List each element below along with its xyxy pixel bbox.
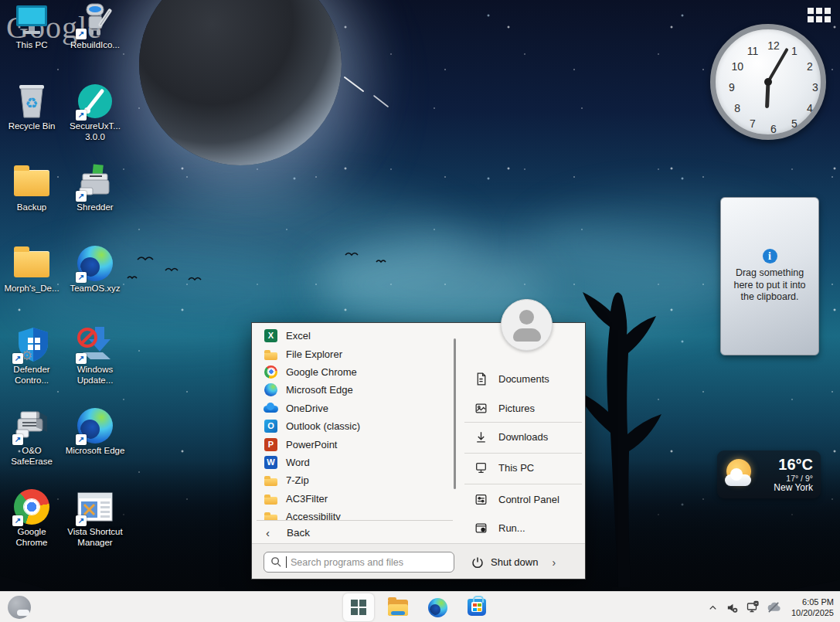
weather-text: 16°C 17° / 9° New York [757, 456, 813, 494]
desktop-screen: Google This PC ↗ RebuildIco... ♻ Recycle… [0, 0, 840, 622]
divider [464, 422, 582, 423]
icon-label: Recycle Bin [1, 121, 63, 132]
desktop-icon-google-chrome[interactable]: ↗ Google Chrome [1, 488, 63, 569]
edge-button[interactable] [422, 593, 453, 621]
tray-chevron-up-icon[interactable] [707, 602, 719, 614]
icon-label: Windows Update... [64, 365, 126, 386]
windows-logo-icon [351, 600, 366, 615]
desktop-icon-shredder[interactable]: ↗ Shredder [64, 164, 126, 245]
this-pc-icon [13, 2, 50, 39]
shortcut-arrow-icon: ↗ [76, 353, 87, 364]
taskbar: 6:05 PM 10/20/2025 [0, 591, 840, 622]
excel-icon: X [264, 328, 278, 343]
user-avatar[interactable] [501, 299, 553, 351]
desktop-icon-morphs-folder[interactable]: Morph's_De... [1, 245, 63, 326]
clock-widget[interactable]: 1 2 3 4 5 6 7 8 9 10 11 12 [710, 24, 826, 140]
edge-icon [264, 382, 278, 397]
start-place-downloads[interactable]: Downloads [461, 424, 587, 449]
desktop-icon-secureuxtheme[interactable]: ↗ SecureUxT... 3.0.0 [64, 83, 126, 164]
control-panel-icon [474, 492, 488, 507]
pictures-icon [474, 401, 488, 416]
weather-widget[interactable]: 16°C 17° / 9° New York [717, 450, 821, 498]
desktop-icon-vista-shortcut-manager[interactable]: ↗ Vista Shortcut Manager [64, 488, 126, 569]
start-place-pictures[interactable]: Pictures [461, 396, 587, 420]
start-program-outlook[interactable]: O Outlook (classic) [252, 417, 454, 435]
widgets-weather-button[interactable] [8, 596, 31, 619]
volume-muted-icon[interactable] [726, 601, 739, 614]
desktop-icon-grid: This PC ↗ RebuildIco... ♻ Recycle Bin ↗ … [0, 2, 127, 569]
onedrive-paused-icon[interactable] [767, 601, 781, 614]
shortcut-arrow-icon: ↗ [12, 515, 23, 526]
start-place-control-panel[interactable]: Control Panel [461, 487, 587, 512]
chevron-left-icon: ‹ [266, 526, 270, 539]
clipboard-widget[interactable]: i Drag something here to put it into the… [720, 197, 819, 355]
desktop-icon-defender-control[interactable]: ⚙ ↗ Defender Contro... [1, 326, 63, 407]
desktop-icon-recycle-bin[interactable]: ♻ Recycle Bin [1, 83, 63, 164]
weather-temp: 16°C [757, 456, 813, 474]
clock-number: 12 [767, 39, 780, 52]
search-input[interactable] [291, 557, 447, 568]
shortcut-arrow-icon: ↗ [76, 515, 87, 526]
icon-label: This PC [1, 40, 63, 51]
start-program-word[interactable]: W Word [252, 454, 454, 471]
icon-label: O&O SafeErase [1, 446, 63, 467]
desktop-icon-this-pc[interactable]: This PC [1, 2, 63, 83]
edge-icon: ↗ [77, 407, 114, 444]
clock-number: 7 [746, 117, 759, 130]
shutdown-button[interactable]: Shut down › [471, 552, 556, 573]
start-program-7zip[interactable]: 7-Zip [252, 471, 454, 489]
microsoft-store-button[interactable] [461, 593, 492, 621]
icon-label: Backup [1, 202, 63, 213]
clock-number: 3 [809, 81, 821, 93]
onedrive-icon [264, 401, 278, 416]
shortcut-arrow-icon: ↗ [12, 434, 23, 445]
folder-icon [13, 164, 50, 201]
program-list: X Excel File Explorer Google Chrome Micr… [252, 327, 454, 520]
start-program-powerpoint[interactable]: P PowerPoint [252, 435, 454, 453]
divider [464, 484, 582, 484]
word-icon: W [264, 455, 278, 470]
edge-icon [428, 598, 447, 617]
powerpoint-icon: P [264, 437, 278, 452]
network-display-icon[interactable] [746, 600, 760, 614]
eraser-device-icon: ↗ [13, 407, 50, 444]
search-box[interactable] [264, 552, 454, 573]
avatar-body [513, 328, 541, 342]
icon-label: SecureUxT... 3.0.0 [64, 121, 126, 143]
start-program-ac3filter[interactable]: AC3Filter [252, 490, 454, 508]
window-arrows-icon: ↗ [77, 488, 114, 525]
start-button[interactable] [343, 593, 374, 621]
folder-icon [388, 600, 408, 616]
file-explorer-button[interactable] [383, 593, 413, 621]
desktop-icon-teamos[interactable]: ↗ TeamOS.xyz [64, 245, 126, 326]
weather-range: 17° / 9° [757, 474, 813, 483]
desktop-icon-rebuildicons[interactable]: ↗ RebuildIco... [64, 2, 126, 83]
start-place-run[interactable]: Run... [461, 515, 587, 540]
clipboard-hint-text: Drag something here to put it into the c… [729, 267, 811, 304]
apps-grid-icon[interactable] [808, 8, 831, 22]
start-place-this-pc[interactable]: This PC [461, 455, 587, 480]
start-program-google-chrome[interactable]: Google Chrome [252, 363, 454, 381]
start-program-accessibility[interactable]: Accessibility [252, 508, 454, 520]
back-button[interactable]: ‹ Back [252, 521, 454, 545]
update-blocked-icon: ↗ [77, 326, 114, 363]
program-list-scrollbar[interactable] [454, 338, 456, 489]
desktop-icon-microsoft-edge[interactable]: ↗ Microsoft Edge [64, 407, 126, 488]
desktop-icon-backup[interactable]: Backup [1, 164, 63, 245]
desktop-icon-oo-safeerase[interactable]: ↗ O&O SafeErase [1, 407, 63, 488]
shredder-icon: ↗ [77, 164, 114, 201]
shortcut-arrow-icon: ↗ [76, 434, 87, 445]
start-program-onedrive[interactable]: OneDrive [252, 399, 454, 417]
clock-number: 1 [788, 45, 801, 57]
clock-date-area[interactable]: 6:05 PM 10/20/2025 [791, 597, 834, 619]
start-program-microsoft-edge[interactable]: Microsoft Edge [252, 381, 454, 399]
start-program-file-explorer[interactable]: File Explorer [252, 345, 454, 362]
start-place-documents[interactable]: Documents [461, 366, 587, 391]
run-icon [474, 521, 488, 535]
clock-number: 10 [731, 60, 743, 73]
power-icon [471, 556, 485, 569]
desktop-icon-windows-update[interactable]: ↗ Windows Update... [64, 326, 126, 407]
chevron-right-icon[interactable]: › [552, 556, 556, 569]
start-program-excel[interactable]: X Excel [252, 327, 454, 345]
icon-label: TeamOS.xyz [64, 284, 126, 294]
